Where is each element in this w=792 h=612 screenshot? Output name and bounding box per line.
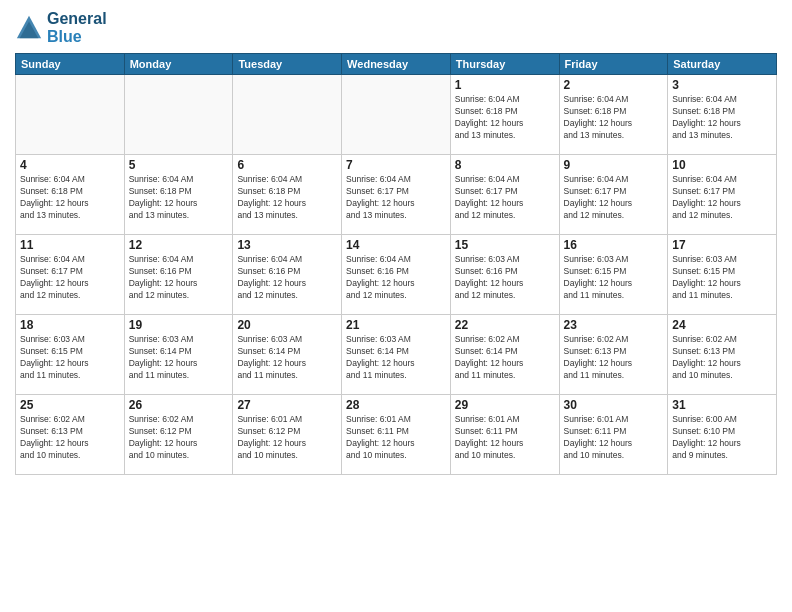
day-info: Sunrise: 6:04 AM Sunset: 6:18 PM Dayligh… — [672, 94, 772, 142]
day-info: Sunrise: 6:03 AM Sunset: 6:15 PM Dayligh… — [20, 334, 120, 382]
day-number: 22 — [455, 318, 555, 332]
day-info: Sunrise: 6:04 AM Sunset: 6:16 PM Dayligh… — [237, 254, 337, 302]
calendar-cell: 24Sunrise: 6:02 AM Sunset: 6:13 PM Dayli… — [668, 315, 777, 395]
calendar-cell: 12Sunrise: 6:04 AM Sunset: 6:16 PM Dayli… — [124, 235, 233, 315]
calendar-cell: 8Sunrise: 6:04 AM Sunset: 6:17 PM Daylig… — [450, 155, 559, 235]
day-number: 23 — [564, 318, 664, 332]
day-info: Sunrise: 6:02 AM Sunset: 6:14 PM Dayligh… — [455, 334, 555, 382]
weekday-header-thursday: Thursday — [450, 54, 559, 75]
calendar-cell: 9Sunrise: 6:04 AM Sunset: 6:17 PM Daylig… — [559, 155, 668, 235]
day-info: Sunrise: 6:04 AM Sunset: 6:16 PM Dayligh… — [346, 254, 446, 302]
day-info: Sunrise: 6:01 AM Sunset: 6:11 PM Dayligh… — [455, 414, 555, 462]
day-info: Sunrise: 6:04 AM Sunset: 6:18 PM Dayligh… — [237, 174, 337, 222]
day-number: 20 — [237, 318, 337, 332]
day-number: 11 — [20, 238, 120, 252]
day-info: Sunrise: 6:04 AM Sunset: 6:18 PM Dayligh… — [129, 174, 229, 222]
day-number: 25 — [20, 398, 120, 412]
day-number: 13 — [237, 238, 337, 252]
calendar-cell: 19Sunrise: 6:03 AM Sunset: 6:14 PM Dayli… — [124, 315, 233, 395]
calendar-cell: 5Sunrise: 6:04 AM Sunset: 6:18 PM Daylig… — [124, 155, 233, 235]
weekday-header-tuesday: Tuesday — [233, 54, 342, 75]
day-number: 8 — [455, 158, 555, 172]
calendar-cell: 13Sunrise: 6:04 AM Sunset: 6:16 PM Dayli… — [233, 235, 342, 315]
calendar-cell: 21Sunrise: 6:03 AM Sunset: 6:14 PM Dayli… — [342, 315, 451, 395]
day-info: Sunrise: 6:04 AM Sunset: 6:17 PM Dayligh… — [20, 254, 120, 302]
week-row-3: 18Sunrise: 6:03 AM Sunset: 6:15 PM Dayli… — [16, 315, 777, 395]
calendar-cell: 26Sunrise: 6:02 AM Sunset: 6:12 PM Dayli… — [124, 395, 233, 475]
day-info: Sunrise: 6:01 AM Sunset: 6:11 PM Dayligh… — [564, 414, 664, 462]
day-info: Sunrise: 6:00 AM Sunset: 6:10 PM Dayligh… — [672, 414, 772, 462]
day-number: 29 — [455, 398, 555, 412]
day-number: 24 — [672, 318, 772, 332]
calendar-cell: 14Sunrise: 6:04 AM Sunset: 6:16 PM Dayli… — [342, 235, 451, 315]
day-number: 12 — [129, 238, 229, 252]
calendar-cell — [233, 75, 342, 155]
day-number: 1 — [455, 78, 555, 92]
week-row-1: 4Sunrise: 6:04 AM Sunset: 6:18 PM Daylig… — [16, 155, 777, 235]
day-info: Sunrise: 6:04 AM Sunset: 6:18 PM Dayligh… — [564, 94, 664, 142]
calendar-cell: 25Sunrise: 6:02 AM Sunset: 6:13 PM Dayli… — [16, 395, 125, 475]
day-info: Sunrise: 6:03 AM Sunset: 6:14 PM Dayligh… — [237, 334, 337, 382]
weekday-header-friday: Friday — [559, 54, 668, 75]
day-info: Sunrise: 6:03 AM Sunset: 6:14 PM Dayligh… — [129, 334, 229, 382]
calendar-cell: 1Sunrise: 6:04 AM Sunset: 6:18 PM Daylig… — [450, 75, 559, 155]
calendar-cell: 23Sunrise: 6:02 AM Sunset: 6:13 PM Dayli… — [559, 315, 668, 395]
day-info: Sunrise: 6:04 AM Sunset: 6:17 PM Dayligh… — [346, 174, 446, 222]
day-info: Sunrise: 6:04 AM Sunset: 6:17 PM Dayligh… — [672, 174, 772, 222]
calendar-page: General Blue SundayMondayTuesdayWednesda… — [0, 0, 792, 612]
day-info: Sunrise: 6:04 AM Sunset: 6:17 PM Dayligh… — [455, 174, 555, 222]
week-row-4: 25Sunrise: 6:02 AM Sunset: 6:13 PM Dayli… — [16, 395, 777, 475]
calendar-cell: 30Sunrise: 6:01 AM Sunset: 6:11 PM Dayli… — [559, 395, 668, 475]
day-info: Sunrise: 6:02 AM Sunset: 6:12 PM Dayligh… — [129, 414, 229, 462]
day-number: 28 — [346, 398, 446, 412]
calendar-cell: 16Sunrise: 6:03 AM Sunset: 6:15 PM Dayli… — [559, 235, 668, 315]
day-number: 2 — [564, 78, 664, 92]
day-number: 6 — [237, 158, 337, 172]
calendar-cell: 7Sunrise: 6:04 AM Sunset: 6:17 PM Daylig… — [342, 155, 451, 235]
week-row-2: 11Sunrise: 6:04 AM Sunset: 6:17 PM Dayli… — [16, 235, 777, 315]
calendar-cell: 2Sunrise: 6:04 AM Sunset: 6:18 PM Daylig… — [559, 75, 668, 155]
day-number: 30 — [564, 398, 664, 412]
day-info: Sunrise: 6:01 AM Sunset: 6:11 PM Dayligh… — [346, 414, 446, 462]
calendar-cell: 18Sunrise: 6:03 AM Sunset: 6:15 PM Dayli… — [16, 315, 125, 395]
day-number: 16 — [564, 238, 664, 252]
calendar-cell: 29Sunrise: 6:01 AM Sunset: 6:11 PM Dayli… — [450, 395, 559, 475]
weekday-header-wednesday: Wednesday — [342, 54, 451, 75]
logo: General Blue — [15, 10, 107, 45]
day-number: 4 — [20, 158, 120, 172]
day-number: 26 — [129, 398, 229, 412]
weekday-header-sunday: Sunday — [16, 54, 125, 75]
day-number: 27 — [237, 398, 337, 412]
day-number: 19 — [129, 318, 229, 332]
day-number: 18 — [20, 318, 120, 332]
header: General Blue — [15, 10, 777, 45]
calendar-cell: 4Sunrise: 6:04 AM Sunset: 6:18 PM Daylig… — [16, 155, 125, 235]
day-number: 15 — [455, 238, 555, 252]
day-number: 21 — [346, 318, 446, 332]
day-info: Sunrise: 6:04 AM Sunset: 6:16 PM Dayligh… — [129, 254, 229, 302]
week-row-0: 1Sunrise: 6:04 AM Sunset: 6:18 PM Daylig… — [16, 75, 777, 155]
day-number: 10 — [672, 158, 772, 172]
day-info: Sunrise: 6:04 AM Sunset: 6:18 PM Dayligh… — [20, 174, 120, 222]
day-info: Sunrise: 6:03 AM Sunset: 6:16 PM Dayligh… — [455, 254, 555, 302]
day-number: 9 — [564, 158, 664, 172]
day-number: 31 — [672, 398, 772, 412]
logo-text-general: General — [47, 10, 107, 28]
day-number: 3 — [672, 78, 772, 92]
calendar-cell — [124, 75, 233, 155]
day-info: Sunrise: 6:03 AM Sunset: 6:15 PM Dayligh… — [672, 254, 772, 302]
day-info: Sunrise: 6:04 AM Sunset: 6:17 PM Dayligh… — [564, 174, 664, 222]
calendar-cell: 6Sunrise: 6:04 AM Sunset: 6:18 PM Daylig… — [233, 155, 342, 235]
calendar-cell: 11Sunrise: 6:04 AM Sunset: 6:17 PM Dayli… — [16, 235, 125, 315]
logo-text-blue: Blue — [47, 28, 107, 46]
day-info: Sunrise: 6:04 AM Sunset: 6:18 PM Dayligh… — [455, 94, 555, 142]
calendar-cell: 20Sunrise: 6:03 AM Sunset: 6:14 PM Dayli… — [233, 315, 342, 395]
calendar-cell — [16, 75, 125, 155]
calendar-cell: 22Sunrise: 6:02 AM Sunset: 6:14 PM Dayli… — [450, 315, 559, 395]
calendar-cell: 27Sunrise: 6:01 AM Sunset: 6:12 PM Dayli… — [233, 395, 342, 475]
calendar-cell: 31Sunrise: 6:00 AM Sunset: 6:10 PM Dayli… — [668, 395, 777, 475]
day-info: Sunrise: 6:01 AM Sunset: 6:12 PM Dayligh… — [237, 414, 337, 462]
calendar-cell: 3Sunrise: 6:04 AM Sunset: 6:18 PM Daylig… — [668, 75, 777, 155]
calendar-table: SundayMondayTuesdayWednesdayThursdayFrid… — [15, 53, 777, 475]
day-number: 17 — [672, 238, 772, 252]
